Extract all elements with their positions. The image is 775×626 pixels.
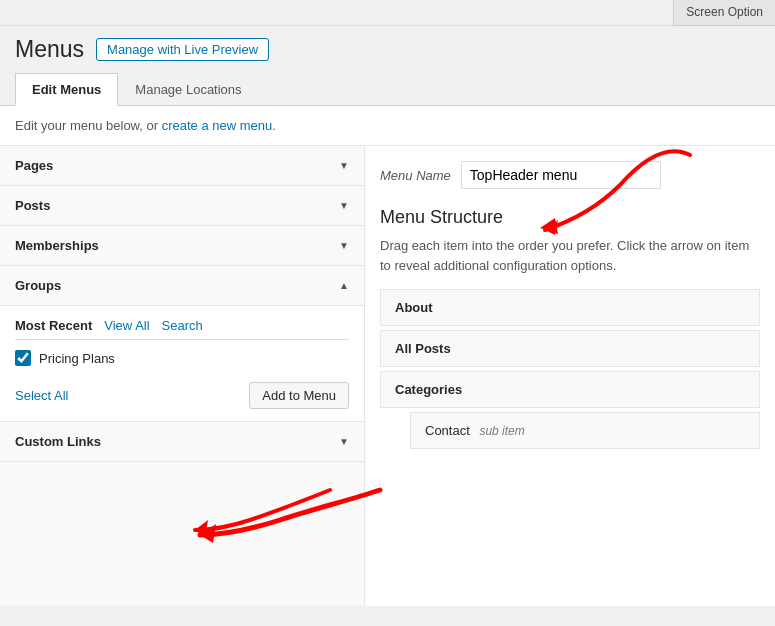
menu-item-all-posts[interactable]: All Posts — [380, 330, 760, 367]
accordion-memberships: Memberships ▼ — [0, 226, 364, 266]
tabs-bar: Edit Menus Manage Locations — [0, 63, 775, 106]
main-content: Pages ▼ Posts ▼ Memberships ▼ Groups ▲ — [0, 146, 775, 606]
accordion-groups-header[interactable]: Groups ▲ — [0, 266, 364, 305]
accordion-custom-links-label: Custom Links — [15, 434, 101, 449]
create-new-menu-link[interactable]: create a new menu — [162, 118, 273, 133]
accordion-memberships-header[interactable]: Memberships ▼ — [0, 226, 364, 265]
accordion-posts-arrow: ▼ — [339, 200, 349, 211]
menu-item-categories[interactable]: Categories — [380, 371, 760, 408]
right-panel: Menu Name Menu Structure Drag each item … — [365, 146, 775, 606]
page-title: Menus — [15, 36, 84, 63]
groups-sub-tabs: Most Recent View All Search — [15, 318, 349, 340]
accordion-groups: Groups ▲ Most Recent View All Search Pri… — [0, 266, 364, 422]
menu-name-input[interactable] — [461, 161, 661, 189]
accordion-memberships-arrow: ▼ — [339, 240, 349, 251]
checkbox-pricing-plans[interactable] — [15, 350, 31, 366]
tab-manage-locations[interactable]: Manage Locations — [118, 73, 258, 105]
top-bar: Screen Option — [0, 0, 775, 26]
accordion-custom-links: Custom Links ▼ — [0, 422, 364, 462]
menu-name-row: Menu Name — [380, 161, 760, 189]
accordion-custom-links-arrow: ▼ — [339, 436, 349, 447]
checkbox-pricing-plans-label: Pricing Plans — [39, 351, 115, 366]
accordion-pages-label: Pages — [15, 158, 53, 173]
menu-structure-title: Menu Structure — [380, 207, 760, 228]
subtab-search[interactable]: Search — [162, 318, 203, 333]
add-to-menu-button[interactable]: Add to Menu — [249, 382, 349, 409]
page-header: Menus Manage with Live Preview — [0, 26, 775, 63]
menu-name-label: Menu Name — [380, 168, 451, 183]
menu-item-contact[interactable]: Contact sub item — [410, 412, 760, 449]
menu-item-contact-sublabel: sub item — [479, 424, 524, 438]
accordion-groups-arrow: ▲ — [339, 280, 349, 291]
tab-edit-menus[interactable]: Edit Menus — [15, 73, 118, 106]
accordion-groups-label: Groups — [15, 278, 61, 293]
subtab-most-recent[interactable]: Most Recent — [15, 318, 92, 333]
accordion-groups-body: Most Recent View All Search Pricing Plan… — [0, 305, 364, 421]
accordion-posts: Posts ▼ — [0, 186, 364, 226]
accordion-custom-links-header[interactable]: Custom Links ▼ — [0, 422, 364, 461]
accordion-memberships-label: Memberships — [15, 238, 99, 253]
info-bar: Edit your menu below, or create a new me… — [0, 106, 775, 146]
accordion-pages: Pages ▼ — [0, 146, 364, 186]
menu-item-categories-label: Categories — [395, 382, 462, 397]
menu-structure-desc: Drag each item into the order you prefer… — [380, 236, 760, 275]
subtab-view-all[interactable]: View All — [104, 318, 149, 333]
accordion-posts-header[interactable]: Posts ▼ — [0, 186, 364, 225]
menu-item-about[interactable]: About — [380, 289, 760, 326]
accordion-pages-arrow: ▼ — [339, 160, 349, 171]
accordion-posts-label: Posts — [15, 198, 50, 213]
menu-item-contact-label: Contact — [425, 423, 470, 438]
accordion-pages-header[interactable]: Pages ▼ — [0, 146, 364, 185]
accordion-groups-footer: Select All Add to Menu — [15, 374, 349, 409]
info-text: Edit your menu below, or — [15, 118, 162, 133]
screen-options-button[interactable]: Screen Option — [673, 0, 775, 26]
info-suffix: . — [272, 118, 276, 133]
left-panel: Pages ▼ Posts ▼ Memberships ▼ Groups ▲ — [0, 146, 365, 606]
checkbox-item-pricing-plans: Pricing Plans — [15, 350, 349, 366]
select-all-link[interactable]: Select All — [15, 388, 68, 403]
live-preview-link[interactable]: Manage with Live Preview — [96, 38, 269, 61]
